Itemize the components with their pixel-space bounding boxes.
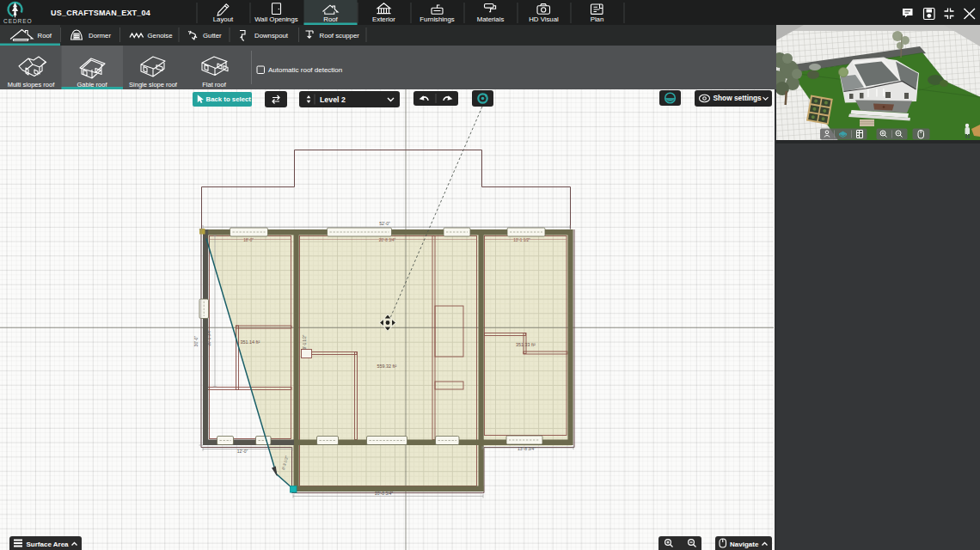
svg-text:Wall Openings: Wall Openings bbox=[254, 15, 298, 23]
svg-text:Roof: Roof bbox=[38, 32, 52, 40]
svg-text:20'-8 3/4": 20'-8 3/4" bbox=[375, 491, 393, 496]
svg-text:Gutter: Gutter bbox=[203, 32, 222, 40]
svg-text:Surface Area: Surface Area bbox=[27, 541, 70, 548]
svg-text:351.14 ft²: 351.14 ft² bbox=[241, 339, 260, 345]
svg-text:52'-0": 52'-0" bbox=[379, 221, 390, 226]
svg-text:Navigate: Navigate bbox=[730, 541, 759, 548]
svg-text:20'-1 3/4": 20'-1 3/4" bbox=[207, 329, 211, 345]
svg-text:Layout: Layout bbox=[213, 15, 234, 23]
svg-text:18'-0": 18'-0" bbox=[243, 238, 254, 242]
svg-text:Show settings: Show settings bbox=[714, 94, 763, 102]
svg-text:Automatic roof detection: Automatic roof detection bbox=[268, 66, 342, 74]
svg-text:HD Visual: HD Visual bbox=[529, 15, 559, 23]
svg-text:9'-1 1/2": 9'-1 1/2" bbox=[303, 334, 307, 349]
svg-text:Level 2: Level 2 bbox=[320, 95, 346, 104]
svg-text:Exterior: Exterior bbox=[372, 15, 395, 23]
svg-text:CEDREO: CEDREO bbox=[3, 18, 33, 24]
svg-text:Roof: Roof bbox=[323, 15, 338, 23]
svg-text:30'-0": 30'-0" bbox=[193, 335, 199, 346]
svg-text:20'-8 3/4": 20'-8 3/4" bbox=[379, 238, 396, 242]
svg-text:Furnishings: Furnishings bbox=[420, 15, 454, 23]
svg-text:Back to select: Back to select bbox=[206, 95, 252, 103]
svg-text:US_CRAFTSMAN_EXT_04: US_CRAFTSMAN_EXT_04 bbox=[51, 9, 150, 17]
svg-text:Downspout: Downspout bbox=[254, 32, 289, 40]
svg-text:Genoise: Genoise bbox=[148, 32, 173, 40]
svg-text:13'-8 3/4": 13'-8 3/4" bbox=[518, 446, 536, 451]
svg-text:Plan: Plan bbox=[591, 15, 604, 23]
svg-text:Roof scupper: Roof scupper bbox=[320, 32, 360, 40]
svg-text:13'-1 1/2": 13'-1 1/2" bbox=[513, 238, 530, 242]
svg-text:559.32 ft²: 559.32 ft² bbox=[377, 364, 397, 369]
svg-text:12'-0": 12'-0" bbox=[237, 449, 248, 454]
svg-text:Dormer: Dormer bbox=[89, 32, 111, 40]
svg-text:351.33 ft²: 351.33 ft² bbox=[516, 342, 536, 347]
svg-text:Materials: Materials bbox=[477, 15, 505, 23]
